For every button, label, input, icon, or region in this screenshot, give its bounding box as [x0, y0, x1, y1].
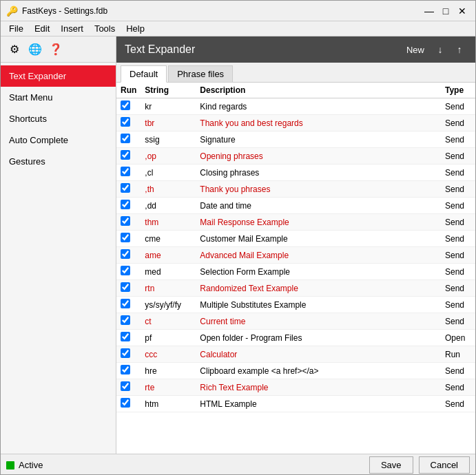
row-string: ,cl [141, 165, 196, 181]
row-type: Send [441, 131, 475, 148]
row-checkbox-13[interactable] [121, 315, 130, 325]
row-checkbox-5[interactable] [121, 183, 130, 193]
tabs-container: DefaultPhrase files [116, 63, 475, 83]
row-description: Thank you and best regards [196, 115, 441, 131]
menu-tools[interactable]: Tools [89, 22, 121, 35]
menu-edit[interactable]: Edit [29, 22, 55, 35]
row-string: ct [141, 313, 196, 330]
row-type: Send [441, 98, 475, 115]
row-checkbox-3[interactable] [121, 150, 130, 160]
row-checkbox-7[interactable] [121, 216, 130, 226]
row-type: Send [441, 231, 475, 247]
globe-icon[interactable]: 🌐 [27, 41, 43, 58]
new-button[interactable]: New [402, 43, 428, 56]
row-description: Selection Form Example [196, 264, 441, 280]
table-row: tbrThank you and best regardsSend [116, 115, 475, 131]
row-checkbox-18[interactable] [121, 398, 130, 408]
status-dot [6, 461, 14, 469]
minimize-button[interactable]: — [422, 3, 437, 19]
table-row: rtnRandomized Text ExampleSend [116, 280, 475, 297]
row-string: ys/sy/yf/fy [141, 297, 196, 313]
row-description: Opening phrases [196, 148, 441, 165]
row-checkbox-8[interactable] [121, 233, 130, 242]
row-checkbox-12[interactable] [121, 299, 130, 308]
row-string: htm [141, 396, 196, 412]
row-checkbox-9[interactable] [121, 249, 130, 259]
table-row: ssigSignatureSend [116, 131, 475, 148]
col-run: Run [116, 83, 141, 98]
move-down-button[interactable]: ↓ [433, 42, 448, 57]
row-description: Closing phrases [196, 165, 441, 181]
row-description: Calculator [196, 346, 441, 363]
row-checkbox-0[interactable] [121, 101, 130, 110]
title-bar: 🔑 FastKeys - Settings.fdb — □ ✕ [1, 1, 475, 21]
table-row: htmHTML ExampleSend [116, 396, 475, 412]
row-checkbox-11[interactable] [121, 282, 130, 292]
row-type: Run [441, 346, 475, 363]
col-description: Description [196, 83, 441, 98]
sidebar-nav-item-auto-complete[interactable]: Auto Complete [1, 129, 116, 151]
row-checkbox-10[interactable] [121, 266, 130, 275]
title-bar-icon: 🔑 [6, 6, 18, 17]
row-checkbox-6[interactable] [121, 200, 130, 209]
row-checkbox-1[interactable] [121, 117, 130, 127]
row-string: ,dd [141, 198, 196, 214]
row-type: Send [441, 148, 475, 165]
sidebar-nav-item-text-expander[interactable]: Text Expander [1, 65, 116, 87]
row-description: Open folder - Program Files [196, 330, 441, 346]
row-checkbox-4[interactable] [121, 167, 130, 176]
tab-default[interactable]: Default [121, 65, 167, 83]
content-area: Text Expander New ↓ ↑ DefaultPhrase file… [116, 36, 475, 454]
menu-help[interactable]: Help [121, 22, 150, 35]
status-label: Active [19, 460, 43, 470]
row-type: Send [441, 214, 475, 231]
save-button[interactable]: Save [369, 456, 413, 474]
row-type: Send [441, 363, 475, 379]
menu-insert[interactable]: Insert [55, 22, 89, 35]
row-type: Send [441, 181, 475, 198]
row-description: Multiple Substitutes Example [196, 297, 441, 313]
table-row: medSelection Form ExampleSend [116, 264, 475, 280]
sidebar-nav-item-gestures[interactable]: Gestures [1, 151, 116, 172]
cancel-button[interactable]: Cancel [419, 456, 470, 474]
row-type: Send [441, 313, 475, 330]
table-row: ,opOpening phrasesSend [116, 148, 475, 165]
gear-icon[interactable]: ⚙ [6, 41, 23, 58]
row-checkbox-16[interactable] [121, 365, 130, 374]
move-up-button[interactable]: ↑ [452, 42, 467, 57]
row-string: thm [141, 214, 196, 231]
row-checkbox-15[interactable] [121, 348, 130, 358]
row-string: med [141, 264, 196, 280]
row-string: hre [141, 363, 196, 379]
sidebar-nav-item-shortcuts[interactable]: Shortcuts [1, 108, 116, 129]
row-type: Send [441, 297, 475, 313]
sidebar-nav-item-start-menu[interactable]: Start Menu [1, 87, 116, 108]
row-description: Current time [196, 313, 441, 330]
row-type: Send [441, 396, 475, 412]
title-bar-title: FastKeys - Settings.fdb [22, 6, 422, 16]
help-icon[interactable]: ❓ [48, 41, 64, 58]
maximize-button[interactable]: □ [438, 3, 453, 19]
row-type: Send [441, 247, 475, 264]
table-row: ,clClosing phrasesSend [116, 165, 475, 181]
sidebar: ⚙ 🌐 ❓ Text ExpanderStart MenuShortcutsAu… [1, 36, 116, 454]
close-button[interactable]: ✕ [455, 3, 470, 19]
row-string: tbr [141, 115, 196, 131]
table-row: thmMail Response ExampleSend [116, 214, 475, 231]
tab-phrase-files[interactable]: Phrase files [168, 65, 233, 82]
row-description: Date and time [196, 198, 441, 214]
row-string: rtn [141, 280, 196, 297]
row-checkbox-2[interactable] [121, 134, 130, 143]
row-string: ccc [141, 346, 196, 363]
menu-file[interactable]: File [3, 22, 29, 35]
table-row: ameAdvanced Mail ExampleSend [116, 247, 475, 264]
table-row: ys/sy/yf/fyMultiple Substitutes ExampleS… [116, 297, 475, 313]
row-checkbox-17[interactable] [121, 381, 130, 391]
row-string: ssig [141, 131, 196, 148]
bottom-bar: Active Save Cancel [1, 454, 475, 475]
row-string: cme [141, 231, 196, 247]
row-description: Advanced Mail Example [196, 247, 441, 264]
row-type: Send [441, 280, 475, 297]
row-checkbox-14[interactable] [121, 332, 130, 341]
row-string: rte [141, 379, 196, 396]
